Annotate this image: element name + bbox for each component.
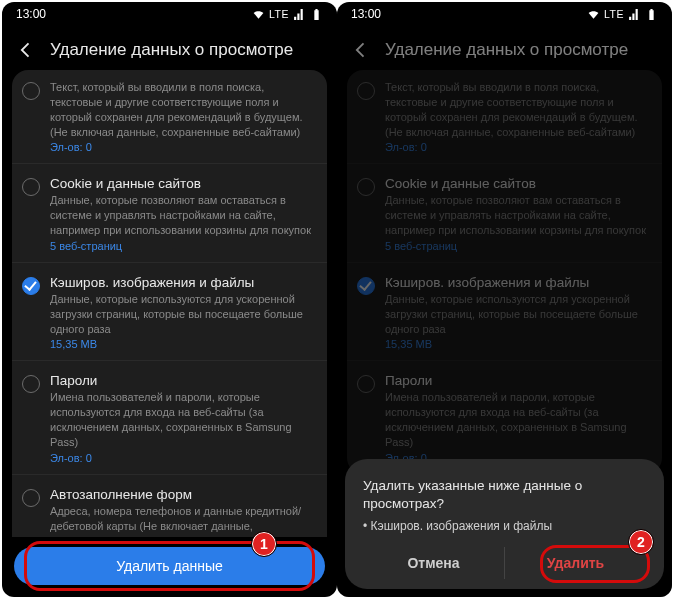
phone-left: 13:00 LTE Удаление данных о просмотре Те… bbox=[2, 2, 337, 597]
radio-unchecked[interactable] bbox=[22, 375, 40, 393]
confirm-dialog: Удалить указанные ниже данные о просмотр… bbox=[345, 459, 664, 589]
option-meta: Эл-ов: 0 bbox=[385, 141, 648, 153]
option-row: Cookie и данные сайтов Данные, которые п… bbox=[347, 164, 662, 263]
option-row: Пароли Имена пользователей и пароли, кот… bbox=[347, 361, 662, 473]
option-meta: 15,35 MB bbox=[50, 338, 313, 350]
dialog-actions: Отмена Удалить bbox=[363, 547, 646, 579]
option-meta: Эл-ов: 0 bbox=[50, 452, 313, 464]
clock: 13:00 bbox=[16, 7, 46, 21]
option-desc: Данные, которые используются для ускорен… bbox=[50, 292, 313, 337]
option-title: Кэширов. изображения и файлы bbox=[385, 275, 648, 290]
annotation-badge-2: 2 bbox=[628, 529, 654, 555]
radio-unchecked[interactable] bbox=[22, 82, 40, 100]
option-title: Cookie и данные сайтов bbox=[50, 176, 313, 191]
option-row[interactable]: Пароли Имена пользователей и пароли, кот… bbox=[12, 361, 327, 474]
back-icon bbox=[351, 40, 371, 60]
option-row: Текст, который вы вводили в поля поиска,… bbox=[347, 70, 662, 164]
page-title: Удаление данных о просмотре bbox=[50, 40, 293, 60]
radio-unchecked[interactable] bbox=[22, 489, 40, 507]
battery-icon bbox=[310, 8, 323, 21]
option-title: Кэширов. изображения и файлы bbox=[50, 275, 313, 290]
screen-header: Удаление данных о просмотре bbox=[337, 26, 672, 70]
dialog-title: Удалить указанные ниже данные о просмотр… bbox=[363, 477, 646, 513]
confirm-button[interactable]: Удалить bbox=[505, 547, 646, 579]
radio-unchecked bbox=[357, 375, 375, 393]
option-row: Кэширов. изображения и файлы Данные, кот… bbox=[347, 263, 662, 362]
option-desc: Текст, который вы вводили в поля поиска,… bbox=[385, 80, 648, 139]
network-label: LTE bbox=[604, 8, 624, 20]
radio-unchecked[interactable] bbox=[22, 178, 40, 196]
delete-button[interactable]: Удалить данные bbox=[14, 547, 325, 585]
cancel-button[interactable]: Отмена bbox=[363, 547, 505, 579]
option-desc: Данные, которые используются для ускорен… bbox=[385, 292, 648, 337]
option-meta: 15,35 MB bbox=[385, 338, 648, 350]
option-meta: 5 веб-страниц bbox=[50, 240, 313, 252]
option-desc: Адреса, номера телефонов и данные кредит… bbox=[50, 504, 313, 537]
option-desc: Имена пользователей и пароли, которые ис… bbox=[50, 390, 313, 449]
signal-icon bbox=[293, 8, 306, 21]
option-title: Автозаполнение форм bbox=[50, 487, 313, 502]
back-icon[interactable] bbox=[16, 40, 36, 60]
status-bar: 13:00 LTE bbox=[2, 2, 337, 26]
option-meta: 5 веб-страниц bbox=[385, 240, 648, 252]
option-row[interactable]: Текст, который вы вводили в поля поиска,… bbox=[12, 70, 327, 164]
signal-icon bbox=[628, 8, 641, 21]
wifi-icon bbox=[587, 8, 600, 21]
phone-right: 13:00 LTE Удаление данных о просмотре Те… bbox=[337, 2, 672, 597]
dialog-item: • Кэширов. изображения и файлы bbox=[363, 519, 646, 533]
wifi-icon bbox=[252, 8, 265, 21]
options-card: Текст, который вы вводили в поля поиска,… bbox=[12, 70, 327, 537]
radio-unchecked bbox=[357, 178, 375, 196]
network-label: LTE bbox=[269, 8, 289, 20]
option-meta: Эл-ов: 0 bbox=[50, 141, 313, 153]
annotation-badge-1: 1 bbox=[251, 531, 277, 557]
option-title: Cookie и данные сайтов bbox=[385, 176, 648, 191]
status-icons: LTE bbox=[587, 8, 658, 21]
radio-unchecked bbox=[357, 82, 375, 100]
clock: 13:00 bbox=[351, 7, 381, 21]
footer: Удалить данные bbox=[2, 537, 337, 597]
screen-header: Удаление данных о просмотре bbox=[2, 26, 337, 70]
option-row[interactable]: Кэширов. изображения и файлы Данные, кот… bbox=[12, 263, 327, 362]
status-icons: LTE bbox=[252, 8, 323, 21]
option-title: Пароли bbox=[385, 373, 648, 388]
option-desc: Данные, которые позволяют вам оставаться… bbox=[50, 193, 313, 238]
status-bar: 13:00 LTE bbox=[337, 2, 672, 26]
options-card: Текст, который вы вводили в поля поиска,… bbox=[347, 70, 662, 474]
content-area: Текст, который вы вводили в поля поиска,… bbox=[2, 70, 337, 537]
option-row[interactable]: Cookie и данные сайтов Данные, которые п… bbox=[12, 164, 327, 263]
option-desc: Текст, который вы вводили в поля поиска,… bbox=[50, 80, 313, 139]
option-title: Пароли bbox=[50, 373, 313, 388]
battery-icon bbox=[645, 8, 658, 21]
option-row[interactable]: Автозаполнение форм Адреса, номера телеф… bbox=[12, 475, 327, 537]
page-title: Удаление данных о просмотре bbox=[385, 40, 628, 60]
option-desc: Данные, которые позволяют вам оставаться… bbox=[385, 193, 648, 238]
radio-checked[interactable] bbox=[22, 277, 40, 295]
radio-checked bbox=[357, 277, 375, 295]
option-desc: Имена пользователей и пароли, которые ис… bbox=[385, 390, 648, 449]
